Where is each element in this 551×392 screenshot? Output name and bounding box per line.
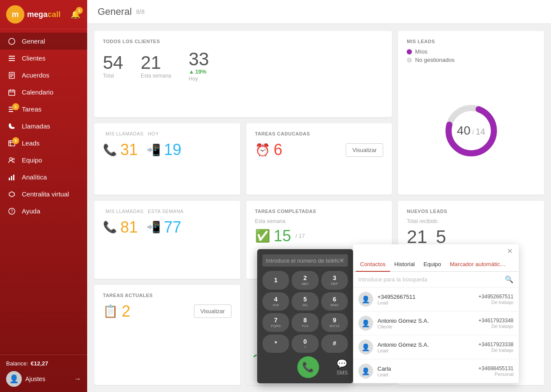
- sidebar-item-tareas[interactable]: 1 Tareas: [0, 101, 87, 118]
- contact-numbers: +34617923338 De trabajo: [479, 341, 514, 353]
- logout-icon[interactable]: →: [74, 375, 81, 383]
- dialer-key-7[interactable]: 7PQRS: [262, 313, 289, 331]
- contact-phone: +34698455131: [479, 365, 514, 372]
- dialer-key-9[interactable]: 9WXYZ: [321, 313, 348, 331]
- donut-text: 40 / 14: [457, 124, 485, 138]
- contacts-search-input[interactable]: [358, 276, 501, 283]
- llamada-saliente-semana: 📞 81: [103, 218, 138, 237]
- contact-avatar: 👤: [358, 340, 373, 355]
- sidebar-item-centralita[interactable]: Centralita virtual: [0, 186, 87, 203]
- hoy-number: 33: [189, 50, 209, 68]
- dialer-key-4[interactable]: 4GHI: [262, 292, 289, 311]
- tareas-comp-sub: / 17: [296, 233, 305, 239]
- tab-equipo[interactable]: Equipo: [419, 257, 446, 272]
- balance-row: Balance: €12,27: [6, 360, 81, 367]
- contact-item[interactable]: 👤 +34952667511 Lead +34952667511 De trab…: [353, 287, 519, 311]
- llamada-entrante-num: 19: [164, 141, 181, 159]
- contacts-tabs: Contactos Historial Equipo Marcador auto…: [353, 257, 519, 272]
- sms-icon: 💬: [337, 358, 347, 369]
- contact-numbers: +34952667511 De trabajo: [479, 294, 514, 305]
- tareas-comp-subtitle: Esta semana: [255, 218, 384, 224]
- llamada-saliente-semana-num: 81: [120, 218, 138, 237]
- calendario-icon: [7, 89, 17, 96]
- tab-contactos[interactable]: Contactos: [356, 257, 390, 272]
- sidebar-item-clientes[interactable]: Clientes: [0, 50, 87, 67]
- total-number: 54: [103, 54, 123, 72]
- sidebar-label-equipo: Equipo: [22, 156, 42, 164]
- contact-label: De trabajo: [479, 324, 514, 329]
- card-mis-leads: MIS LEADS Míos No gestionados: [398, 31, 544, 195]
- percent-value: 19%: [195, 68, 207, 75]
- sidebar: m megacall 🔔 1 General Clientes: [0, 0, 87, 392]
- tareas-comp-icon: ✅: [255, 229, 270, 243]
- general-icon: [7, 38, 17, 45]
- equipo-icon: [7, 157, 17, 164]
- sidebar-item-leads[interactable]: 5 Leads: [0, 135, 87, 152]
- contact-avatar: 👤: [358, 364, 373, 378]
- dialer-key-star[interactable]: *: [262, 335, 289, 353]
- dialer-panel: ✕ 1 2ABC 3DEF 4GHI 5JKL 6MNO 7PQRS 8TUV …: [257, 249, 353, 383]
- tareas-cad-num: 6: [274, 141, 282, 159]
- ayuda-icon: ?: [7, 208, 17, 215]
- sidebar-item-equipo[interactable]: Equipo: [0, 152, 87, 169]
- dialer-clear-icon[interactable]: ✕: [339, 257, 344, 264]
- arrow-up-icon: ▲: [189, 68, 194, 75]
- sidebar-label-leads: Leads: [22, 139, 40, 147]
- svg-rect-14: [9, 111, 13, 112]
- sidebar-label-clientes: Clientes: [22, 54, 45, 62]
- sidebar-item-llamadas[interactable]: Llamadas: [0, 118, 87, 135]
- dialer-key-0[interactable]: 0+: [292, 335, 318, 353]
- sidebar-item-calendario[interactable]: Calendario: [0, 84, 87, 101]
- dialer-key-3[interactable]: 3DEF: [321, 271, 348, 289]
- nuevos-semana-num: 21: [407, 228, 427, 246]
- llamadas-semana-stats: 📞 81 📲 77: [103, 218, 231, 237]
- card-title-llamadas-semana: MIS LLAMADAS Esta semana: [103, 209, 231, 214]
- sidebar-item-general[interactable]: General: [0, 33, 87, 50]
- dialer-key-hash[interactable]: #: [321, 335, 348, 353]
- tareas-cad-left: ⏰ 6: [255, 141, 282, 159]
- dialer-key-8[interactable]: 8TUV: [292, 313, 318, 331]
- contact-item[interactable]: 👤 Antonio Gómez S.A. Lead +34617923338 D…: [353, 335, 519, 359]
- contact-avatar: 👤: [358, 316, 373, 331]
- call-button[interactable]: 📞: [297, 356, 319, 378]
- semana-number: 21: [141, 54, 171, 72]
- dialer-key-1[interactable]: 1: [262, 271, 289, 289]
- sms-button[interactable]: 💬 SMS: [337, 358, 348, 376]
- card-todos-clientes: TODOS LOS CLIENTES 54 Total 21 Esta sema…: [94, 31, 392, 117]
- sidebar-item-ayuda[interactable]: ? Ayuda: [0, 203, 87, 220]
- donut-chart: 40 / 14: [441, 100, 502, 161]
- visualizar-actuales-button[interactable]: Visualizar: [194, 304, 231, 318]
- contacts-search: 🔍: [353, 272, 519, 287]
- contact-avatar: 👤: [358, 292, 373, 307]
- tab-marcador[interactable]: Marcador automátic…: [446, 257, 510, 272]
- tab-historial[interactable]: Historial: [390, 257, 419, 272]
- contact-item[interactable]: 👤 Antonio Gómez S.A. Cliente +3461792334…: [353, 311, 519, 335]
- card-title-clientes: TODOS LOS CLIENTES: [103, 39, 383, 44]
- contact-info: Antonio Gómez S.A. Cliente: [378, 318, 479, 329]
- call-incoming-icon: 📲: [146, 143, 160, 157]
- dialer-input[interactable]: [266, 257, 339, 264]
- semana-label: Esta semana: [141, 73, 171, 79]
- logo-circle: m: [6, 5, 24, 24]
- contact-item[interactable]: 👤 Carla Lead +34698455131 Personal: [353, 359, 519, 383]
- svg-rect-21: [11, 176, 12, 180]
- clientes-stats: 54 Total 21 Esta semana 33 ▲ 19% Hoy: [103, 50, 383, 82]
- page-header: General 8/8: [87, 0, 551, 24]
- leads-badge: 5: [12, 137, 19, 144]
- call-incoming-semana-icon: 📲: [146, 220, 160, 234]
- sidebar-item-acuerdos[interactable]: Acuerdos: [0, 67, 87, 84]
- close-contacts-button[interactable]: ✕: [505, 246, 514, 257]
- contacts-panel: ✕ Contactos Historial Equipo Marcador au…: [353, 244, 519, 383]
- contact-label: De trabajo: [479, 300, 514, 305]
- dialer-key-5[interactable]: 5JKL: [292, 292, 318, 311]
- hoy-label: Hoy: [189, 76, 209, 82]
- sidebar-bottom: Balance: €12,27 👤 Ajustes →: [0, 355, 87, 392]
- sidebar-item-analitica[interactable]: Analítica: [0, 169, 87, 186]
- donut-slash: /: [470, 129, 476, 136]
- donut-container: 40 / 14: [407, 74, 535, 187]
- svg-marker-23: [9, 192, 14, 197]
- dialer-key-6[interactable]: 6MNO: [321, 292, 348, 311]
- notification-bell[interactable]: 🔔 1: [70, 9, 81, 20]
- visualizar-caducadas-button[interactable]: Visualizar: [346, 143, 383, 157]
- dialer-key-2[interactable]: 2ABC: [292, 271, 318, 289]
